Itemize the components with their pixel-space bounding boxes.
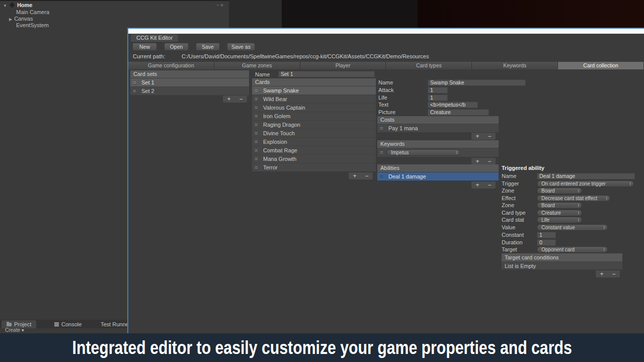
hierarchy-panel-body — [0, 29, 127, 320]
tab-game-configuration[interactable]: Game configuration — [128, 62, 214, 69]
editor-window-tab[interactable]: CCG Kit Editor — [131, 34, 178, 42]
hierarchy-item-canvas[interactable]: ▶Canvas — [9, 15, 33, 22]
create-dropdown[interactable]: Create ▾ — [5, 327, 24, 333]
drag-handle-icon[interactable]: = — [255, 104, 258, 112]
card-item[interactable]: =Divine Touch — [252, 129, 376, 137]
tab-test-runner[interactable]: Test Runner — [101, 320, 127, 328]
drag-handle-icon[interactable]: = — [255, 138, 258, 146]
card-stat-dropdown[interactable]: Life↕ — [537, 217, 582, 223]
hierarchy-item-eventsystem[interactable]: EventSystem — [16, 22, 49, 29]
card-item[interactable]: =Valorous Captain — [252, 103, 376, 112]
drag-handle-icon[interactable]: = — [255, 112, 258, 120]
card-item[interactable]: =Mana Growth — [252, 154, 376, 163]
remove-button[interactable]: − — [365, 173, 368, 179]
prop-text-field[interactable]: <b>Impetus</b — [428, 102, 478, 108]
drag-handle-icon[interactable]: = — [255, 86, 258, 95]
prop-attack-field[interactable]: 1 — [428, 87, 448, 94]
set-name-field[interactable]: Set 1 — [278, 71, 375, 77]
tab-menu-icon[interactable]: ≡ — [220, 3, 224, 8]
prop-name-field[interactable]: Swamp Snake — [428, 79, 526, 86]
dropdown-stepper-icon: ↕ — [456, 150, 458, 155]
zone-label: Zone — [502, 202, 514, 209]
card-item[interactable]: =Explosion — [252, 137, 376, 146]
add-button[interactable]: + — [475, 182, 479, 188]
card-item[interactable]: =Iron Golem — [252, 112, 376, 120]
cost-item[interactable]: =Pay 1 mana — [377, 124, 499, 132]
card-item[interactable]: =Terror — [252, 163, 376, 171]
zone-dropdown[interactable]: Board↕ — [537, 202, 582, 209]
tab-console[interactable]: Console — [54, 320, 82, 328]
drag-handle-icon[interactable]: = — [255, 95, 258, 103]
ability-item[interactable]: =Deal 1 damage — [377, 172, 499, 180]
card-item[interactable]: =Wild Bear — [252, 95, 376, 103]
drag-handle-icon[interactable]: = — [380, 148, 383, 156]
prop-life-field[interactable]: 1 — [428, 95, 448, 101]
list-footer-buttons: + − — [223, 96, 247, 103]
target-dropdown[interactable]: Opponent card↕ — [537, 246, 608, 253]
effect-dropdown[interactable]: Decrease card stat effect↕ — [537, 195, 610, 202]
list-footer-buttons: + − — [349, 172, 373, 179]
card-item[interactable]: =Swamp Snake — [252, 86, 376, 95]
drag-handle-icon[interactable]: = — [133, 78, 136, 86]
hierarchy-panel: ▼Home −≡ Main Camera ▶Canvas EventSystem… — [0, 0, 229, 29]
new-button[interactable]: New — [132, 43, 157, 51]
remove-button[interactable]: − — [488, 133, 491, 139]
open-button[interactable]: Open — [164, 43, 189, 51]
tab-card-types[interactable]: Card types — [386, 62, 472, 69]
expand-arrow-icon[interactable]: ▼ — [3, 4, 7, 8]
keywords-panel: Keywords = Impetus ↕ + − — [377, 140, 499, 157]
save-button[interactable]: Save — [196, 43, 220, 51]
add-button[interactable]: + — [227, 96, 230, 102]
drag-handle-icon[interactable]: = — [380, 172, 383, 180]
drag-handle-icon[interactable]: = — [133, 87, 136, 95]
trigger-dropdown[interactable]: On card entered zone trigger↕ — [537, 180, 634, 187]
remove-button[interactable]: − — [239, 96, 243, 102]
card-stat-label: Card stat — [502, 217, 524, 223]
remove-button[interactable]: − — [488, 182, 491, 188]
card-item[interactable]: =Raging Dragon — [252, 120, 376, 129]
panel-menu-icons[interactable]: −≡ — [216, 3, 225, 8]
keyword-dropdown[interactable]: Impetus ↕ — [386, 149, 460, 156]
prop-picture-field[interactable]: Creature — [428, 109, 489, 116]
tab-game-zones[interactable]: Game zones — [214, 62, 300, 69]
ccg-kit-editor-window: CCG Kit Editor New Open Save Save as Cur… — [127, 28, 644, 333]
constant-label: Constant — [502, 232, 524, 238]
zone-dropdown[interactable]: Board↕ — [537, 188, 582, 194]
caption-text: Integrated editor to easily customize yo… — [72, 337, 572, 358]
card-set-item[interactable]: =Set 1 — [130, 78, 249, 86]
keyword-item[interactable]: = Impetus ↕ — [377, 148, 499, 157]
hierarchy-item-home[interactable]: ▼Home — [3, 2, 32, 9]
drag-handle-icon[interactable]: = — [255, 121, 258, 129]
dropdown-stepper-icon: ↕ — [629, 181, 632, 187]
save-as-button[interactable]: Save as — [227, 43, 255, 51]
drag-handle-icon[interactable]: = — [255, 146, 258, 154]
tab-player[interactable]: Player — [300, 62, 386, 69]
expand-arrow-icon[interactable]: ▶ — [9, 17, 12, 22]
add-button[interactable]: + — [353, 173, 356, 179]
ability-name-field[interactable]: Deal 1 damage — [537, 173, 635, 179]
drag-handle-icon[interactable]: = — [255, 129, 258, 137]
tab-keywords[interactable]: Keywords — [472, 62, 558, 69]
list-footer-buttons: + − — [471, 182, 496, 189]
hierarchy-item-main-camera[interactable]: Main Camera — [16, 9, 49, 16]
tab-card-collection[interactable]: Card collection — [558, 62, 644, 69]
add-button[interactable]: + — [600, 271, 603, 277]
remove-button[interactable]: − — [612, 271, 615, 277]
add-button[interactable]: + — [475, 158, 479, 164]
set-name-label: Name — [255, 71, 270, 78]
value-dropdown[interactable]: Constant value↕ — [537, 224, 608, 231]
drag-handle-icon[interactable]: = — [255, 163, 258, 171]
drag-handle-icon[interactable]: = — [380, 124, 383, 132]
editor-toolbar: New Open Save Save as — [132, 43, 262, 51]
target-card-conditions-header: Target card conditions — [502, 253, 622, 261]
card-type-dropdown[interactable]: Creature↕ — [537, 210, 582, 216]
prop-name-label: Name — [378, 79, 393, 86]
card-set-item[interactable]: =Set 2 — [130, 86, 249, 95]
constant-field[interactable]: 1 — [537, 232, 556, 238]
window-title-strip — [128, 29, 644, 34]
drag-handle-icon[interactable]: = — [255, 155, 258, 163]
duration-field[interactable]: 0 — [537, 239, 556, 246]
remove-button[interactable]: − — [488, 158, 491, 164]
add-button[interactable]: + — [475, 133, 479, 139]
card-item[interactable]: =Combat Rage — [252, 146, 376, 154]
